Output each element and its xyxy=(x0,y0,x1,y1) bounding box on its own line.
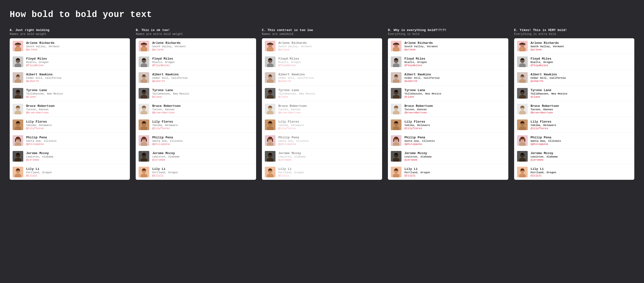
person-info: Bruce RobertsonTucson, Kansas@bruerobert… xyxy=(152,104,253,114)
person-info: Bruce RobertsonTucson, Kansas@bruerobert… xyxy=(26,104,127,114)
person-name: Arlene Richards xyxy=(278,41,379,45)
person-info: Floyd MilesRialto, Oregon@floydmiles xyxy=(278,57,379,67)
list-item[interactable]: Arlene RichardsSouth Valley, Vermont@arl… xyxy=(262,38,382,54)
svg-rect-143 xyxy=(524,138,525,142)
person-info: Jerome MccoyLewiston, Alabama@jeromem xyxy=(404,152,505,161)
avatar xyxy=(391,41,402,51)
list-item[interactable]: Arlene RichardsSouth Valley, Vermont@arl… xyxy=(514,38,634,54)
person-name: Albert Hawkins xyxy=(26,73,127,76)
list-item[interactable]: Bruce RobertsonTucson, Kansas@bruerobert… xyxy=(262,101,382,117)
list-item[interactable]: Lily LiPortland, Oregon@lilyli xyxy=(262,164,382,180)
list-item[interactable]: Albert HawkinsCedar Hill, California@alb… xyxy=(136,70,256,86)
person-info: Lily FloresYakima, Delaware@lilyflores xyxy=(530,120,632,130)
list-item[interactable]: Jerome MccoyLewiston, Alabama@jeromem xyxy=(388,148,508,164)
card-a: Arlene RichardsSouth Valley, Vermont@arl… xyxy=(10,38,130,180)
list-item[interactable]: Floyd MilesRialto, Oregon@floydmiles xyxy=(514,54,634,70)
avatar xyxy=(138,41,149,51)
person-name: Lily Flores xyxy=(404,120,505,124)
card-c: Arlene RichardsSouth Valley, Vermont@arl… xyxy=(262,38,382,180)
list-item[interactable]: Tyrone LaneTallahassee, New Mexico@tlane xyxy=(514,86,634,101)
list-item[interactable]: Albert HawkinsCedar Hill, California@alb… xyxy=(10,70,130,86)
list-item[interactable]: Lily LiPortland, Oregon@lilyli xyxy=(514,164,634,180)
card-b: Arlene RichardsSouth Valley, Vermont@arl… xyxy=(136,38,256,180)
list-item[interactable]: Jerome MccoyLewiston, Alabama@jeromem xyxy=(514,148,634,164)
column-title-a: A. Just right bolding xyxy=(10,28,130,32)
list-item[interactable]: Lily LiPortland, Oregon@lilyli xyxy=(388,164,508,180)
person-location: Lewiston, Alabama xyxy=(530,155,632,158)
column-e: E. Yikes! This is VERY bold!Everything i… xyxy=(514,28,634,180)
list-item[interactable]: Lily FloresYakima, Delaware@lilyflores xyxy=(10,117,130,133)
person-info: Bruce RobertsonTucson, Kansas@bruerobert… xyxy=(278,104,379,114)
list-item[interactable]: Bruce RobertsonTucson, Kansas@bruerobert… xyxy=(10,101,130,117)
list-item[interactable]: Tyrone LaneTallahassee, New Mexico@tlane xyxy=(10,86,130,101)
person-handle: @lilyflores xyxy=(26,127,127,130)
svg-rect-22 xyxy=(15,138,16,142)
list-item[interactable]: Floyd MilesRialto, Oregon@floydmiles xyxy=(10,54,130,70)
person-handle: @jeromem xyxy=(404,158,505,161)
person-handle: @jeromem xyxy=(26,158,127,161)
list-item[interactable]: Albert HawkinsCedar Hill, California@alb… xyxy=(262,70,382,86)
person-name: Floyd Miles xyxy=(404,57,505,60)
person-name: Lily Li xyxy=(404,167,505,171)
list-item[interactable]: Arlene RichardsSouth Valley, Vermont@arl… xyxy=(136,38,256,54)
list-item[interactable]: Lily FloresYakima, Delaware@lilyflores xyxy=(136,117,256,133)
list-item[interactable]: Albert HawkinsCedar Hill, California@alb… xyxy=(388,70,508,86)
list-item[interactable]: Arlene RichardsSouth Valley, Vermont@arl… xyxy=(388,38,508,54)
list-item[interactable]: Jerome MccoyLewiston, Alabama@jeromem xyxy=(10,148,130,164)
avatar xyxy=(12,88,23,98)
person-handle: @lilyli xyxy=(530,174,632,177)
list-item[interactable]: Lily LiPortland, Oregon@lilyli xyxy=(136,164,256,180)
person-name: Arlene Richards xyxy=(26,41,127,45)
avatar xyxy=(265,88,276,98)
person-name: Floyd Miles xyxy=(278,57,379,60)
list-item[interactable]: Lily FloresYakima, Delaware@lilyflores xyxy=(262,117,382,133)
person-location: Rialto, Oregon xyxy=(404,61,505,64)
list-item[interactable]: Philip PenaSanta Ana, Illinois@philippen… xyxy=(10,133,130,148)
person-handle: @tlane xyxy=(152,96,253,98)
list-item[interactable]: Albert HawkinsCedar Hill, California@alb… xyxy=(514,70,634,86)
avatar xyxy=(265,135,276,146)
person-location: Santa Ana, Illinois xyxy=(404,140,505,142)
person-handle: @lilyflores xyxy=(278,127,379,130)
person-info: Albert HawkinsCedar Hill, California@alb… xyxy=(26,73,127,82)
list-item[interactable]: Bruce RobertsonTucson, Kansas@bruerobert… xyxy=(388,101,508,117)
list-item[interactable]: Tyrone LaneTallahassee, New Mexico@tlane xyxy=(388,86,508,101)
person-location: Rialto, Oregon xyxy=(152,61,253,64)
list-item[interactable]: Philip PenaSanta Ana, Illinois@philippen… xyxy=(514,133,634,148)
avatar xyxy=(265,151,276,162)
list-item[interactable]: Tyrone LaneTallahassee, New Mexico@tlane xyxy=(136,86,256,101)
list-item[interactable]: Philip PenaSanta Ana, Illinois@philippen… xyxy=(136,133,256,148)
list-item[interactable]: Philip PenaSanta Ana, Illinois@philippen… xyxy=(262,133,382,148)
person-handle: @lilyflores xyxy=(152,127,253,130)
svg-rect-23 xyxy=(20,138,21,142)
list-item[interactable]: Lily FloresYakima, Delaware@lilyflores xyxy=(388,117,508,133)
list-item[interactable]: Bruce RobertsonTucson, Kansas@bruerobert… xyxy=(136,101,256,117)
person-name: Tyrone Lane xyxy=(26,88,127,92)
avatar xyxy=(517,135,528,146)
column-subtitle-c: Names are semibold xyxy=(262,32,382,36)
list-item[interactable]: Floyd MilesRialto, Oregon@floydmiles xyxy=(262,54,382,70)
card-d: Arlene RichardsSouth Valley, Vermont@arl… xyxy=(388,38,508,180)
person-handle: @bruerobertson xyxy=(152,111,253,114)
person-info: Lily FloresYakima, Delaware@lilyflores xyxy=(278,120,379,130)
list-item[interactable]: Floyd MilesRialto, Oregon@floydmiles xyxy=(388,54,508,70)
person-info: Jerome MccoyLewiston, Alabama@jeromem xyxy=(26,152,127,161)
person-info: Tyrone LaneTallahassee, New Mexico@tlane xyxy=(152,88,253,98)
list-item[interactable]: Lily FloresYakima, Delaware@lilyflores xyxy=(514,117,634,133)
list-item[interactable]: Jerome MccoyLewiston, Alabama@jeromem xyxy=(136,148,256,164)
list-item[interactable]: Arlene RichardsSouth Valley, Vermont@arl… xyxy=(10,38,130,54)
list-item[interactable]: Jerome MccoyLewiston, Alabama@jeromem xyxy=(262,148,382,164)
list-item[interactable]: Tyrone LaneTallahassee, New Mexico@tlane xyxy=(262,86,382,101)
avatar xyxy=(138,135,149,146)
person-location: Tallahassee, New Mexico xyxy=(26,92,127,95)
person-info: Philip PenaSanta Ana, Illinois@philippen… xyxy=(152,136,253,146)
person-name: Floyd Miles xyxy=(26,57,127,60)
person-handle: @lilyli xyxy=(152,174,253,177)
list-item[interactable]: Philip PenaSanta Ana, Illinois@philippen… xyxy=(388,133,508,148)
avatar xyxy=(265,41,276,51)
person-location: Santa Ana, Illinois xyxy=(152,140,253,142)
list-item[interactable]: Bruce RobertsonTucson, Kansas@bruerobert… xyxy=(514,101,634,117)
list-item[interactable]: Floyd MilesRialto, Oregon@floydmiles xyxy=(136,54,256,70)
avatar xyxy=(138,151,149,162)
list-item[interactable]: Lily LiPortland, Oregon@lilyli xyxy=(10,164,130,180)
